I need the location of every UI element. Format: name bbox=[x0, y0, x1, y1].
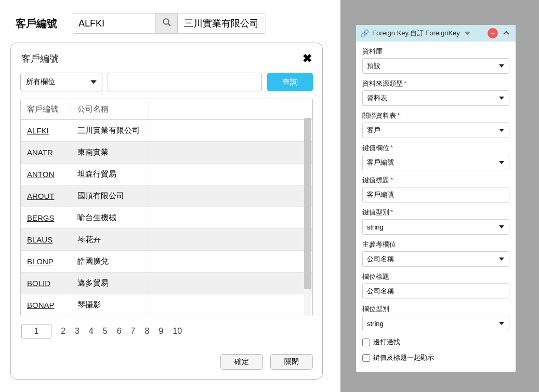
row-name-cell: 三川實業有限公司 bbox=[71, 120, 149, 142]
results-grid: 客戶編號 公司名稱 ALFKI三川實業有限公司ANATR東南實業ANTON坦森行… bbox=[20, 99, 313, 316]
customer-code-input[interactable] bbox=[72, 13, 155, 33]
table-row[interactable]: BLONP皓國廣兌 bbox=[21, 251, 312, 273]
prop-select-key_type[interactable]: string bbox=[362, 219, 509, 235]
row-empty-cell bbox=[149, 251, 312, 273]
lookup-input-group: 三川實業有限公司 bbox=[72, 13, 266, 34]
page-link[interactable]: 4 bbox=[89, 327, 94, 336]
col-header-code[interactable]: 客戶編號 bbox=[21, 99, 71, 120]
required-star: * bbox=[390, 176, 393, 184]
prop-label-key_title: 鍵值標題* bbox=[362, 175, 509, 185]
table-row[interactable]: ALFKI三川實業有限公司 bbox=[21, 120, 312, 142]
prop-select-ref_col[interactable]: 公司名稱 bbox=[362, 251, 509, 267]
prop-input-col_title[interactable] bbox=[362, 283, 509, 299]
required-star: * bbox=[390, 144, 393, 152]
dialog-close-button[interactable]: ✖ bbox=[303, 53, 312, 64]
chevron-down-icon bbox=[90, 80, 97, 84]
checkbox-incremental[interactable] bbox=[362, 339, 370, 346]
dialog-close-button-footer[interactable]: 關閉 bbox=[270, 354, 313, 370]
svg-line-1 bbox=[168, 23, 170, 26]
row-empty-cell bbox=[149, 142, 312, 164]
property-panel: 🔗 Foreign Key.自訂 ForeignKey − 資料庫預設資料來源類… bbox=[356, 25, 516, 372]
prop-label-key_type: 鍵值型別* bbox=[362, 208, 509, 217]
page-link[interactable]: 7 bbox=[131, 327, 136, 336]
row-name-cell: 邁多貿易 bbox=[71, 273, 149, 294]
table-row[interactable]: BONAP琴攝影 bbox=[21, 294, 312, 316]
row-code-link[interactable]: BOLID bbox=[27, 279, 50, 288]
page-link[interactable]: 9 bbox=[159, 327, 163, 336]
customer-name-display: 三川實業有限公司 bbox=[177, 13, 266, 33]
prop-check-show_both[interactable]: 鍵值及標題一起顯示 bbox=[362, 353, 509, 362]
property-panel-header[interactable]: 🔗 Foreign Key.自訂 ForeignKey − bbox=[356, 25, 516, 42]
row-empty-cell bbox=[149, 294, 312, 316]
svg-point-0 bbox=[163, 19, 169, 24]
row-code-link[interactable]: AROUT bbox=[27, 192, 55, 200]
field-label: 客戶編號 bbox=[16, 17, 57, 31]
check-label: 鍵值及標題一起顯示 bbox=[373, 353, 434, 362]
required-star: * bbox=[404, 79, 406, 87]
prop-label-ref_col: 主參考欄位 bbox=[362, 240, 509, 249]
table-row[interactable]: AROUT國頂有限公司 bbox=[21, 185, 312, 207]
row-empty-cell bbox=[149, 120, 312, 142]
row-empty-cell bbox=[149, 229, 312, 251]
table-row[interactable]: BLAUS琴花卉 bbox=[21, 229, 312, 251]
chevron-up-icon bbox=[503, 30, 509, 36]
row-code-link[interactable]: ALFKI bbox=[27, 126, 49, 135]
collapse-button[interactable] bbox=[501, 28, 511, 38]
chevron-down-icon bbox=[464, 32, 470, 35]
row-code-link[interactable]: ANATR bbox=[27, 148, 53, 157]
row-name-cell: 喻台生機械 bbox=[71, 207, 149, 229]
row-name-cell: 國頂有限公司 bbox=[71, 185, 149, 207]
filter-field-value: 所有欄位 bbox=[26, 77, 55, 87]
prop-select-col_type[interactable]: string bbox=[362, 316, 509, 331]
prop-label-col_title: 欄位標題 bbox=[362, 272, 509, 281]
prop-select-rel_table[interactable]: 客戶 bbox=[362, 123, 509, 138]
col-header-empty bbox=[149, 99, 312, 120]
row-name-cell: 皓國廣兌 bbox=[71, 251, 149, 273]
prop-select-db[interactable]: 預設 bbox=[362, 58, 509, 74]
row-empty-cell bbox=[149, 164, 312, 185]
filter-text-input[interactable] bbox=[108, 73, 262, 91]
page-link[interactable]: 2 bbox=[61, 327, 65, 336]
scrollbar-thumb[interactable] bbox=[304, 118, 311, 289]
lookup-dialog: 客戶編號 ✖ 所有欄位 查詢 客戶編號 公司名稱 bbox=[10, 43, 323, 380]
page-link[interactable]: 3 bbox=[75, 327, 80, 336]
page-current[interactable]: 1 bbox=[21, 324, 51, 339]
col-header-name[interactable]: 公司名稱 bbox=[71, 99, 149, 120]
foreign-key-icon: 🔗 bbox=[360, 29, 369, 37]
filter-field-select[interactable]: 所有欄位 bbox=[20, 73, 102, 91]
page-link[interactable]: 10 bbox=[173, 327, 182, 336]
page-link[interactable]: 5 bbox=[103, 327, 108, 336]
table-row[interactable]: ANTON坦森行貿易 bbox=[21, 164, 312, 185]
search-icon bbox=[162, 18, 172, 30]
pager: 12345678910 bbox=[11, 316, 322, 354]
lookup-search-button[interactable] bbox=[155, 13, 177, 33]
row-code-link[interactable]: BERGS bbox=[27, 213, 55, 222]
prop-label-key_col: 鍵值欄位* bbox=[362, 143, 509, 153]
row-code-link[interactable]: BLONP bbox=[27, 257, 54, 266]
page-link[interactable]: 6 bbox=[117, 327, 122, 336]
row-code-link[interactable]: ANTON bbox=[27, 170, 54, 179]
page-link[interactable]: 8 bbox=[144, 327, 149, 336]
remove-button[interactable]: − bbox=[488, 28, 498, 38]
prop-label-rel_table: 關聯資料表* bbox=[362, 111, 509, 120]
check-label: 邊打邊找 bbox=[373, 337, 400, 347]
property-panel-title: Foreign Key.自訂 ForeignKey bbox=[372, 29, 460, 38]
row-code-link[interactable]: BLAUS bbox=[27, 235, 52, 244]
prop-select-key_col[interactable]: 客戶編號 bbox=[362, 155, 509, 170]
checkbox-show_both[interactable] bbox=[362, 354, 370, 362]
prop-input-key_title[interactable] bbox=[362, 187, 509, 202]
query-button[interactable]: 查詢 bbox=[267, 73, 313, 91]
prop-check-incremental[interactable]: 邊打邊找 bbox=[362, 337, 509, 347]
table-row[interactable]: ANATR東南實業 bbox=[21, 142, 312, 164]
row-name-cell: 坦森行貿易 bbox=[71, 164, 149, 185]
table-row[interactable]: BERGS喻台生機械 bbox=[21, 207, 312, 229]
dialog-ok-button[interactable]: 確定 bbox=[220, 354, 263, 370]
table-row[interactable]: BOLID邁多貿易 bbox=[21, 273, 312, 294]
row-empty-cell bbox=[149, 273, 312, 294]
prop-select-source_type[interactable]: 資料表 bbox=[362, 90, 509, 106]
row-empty-cell bbox=[149, 207, 312, 229]
prop-label-col_type: 欄位型別 bbox=[362, 304, 509, 314]
minus-icon: − bbox=[491, 30, 495, 37]
row-code-link[interactable]: BONAP bbox=[27, 301, 55, 309]
required-star: * bbox=[397, 112, 400, 119]
